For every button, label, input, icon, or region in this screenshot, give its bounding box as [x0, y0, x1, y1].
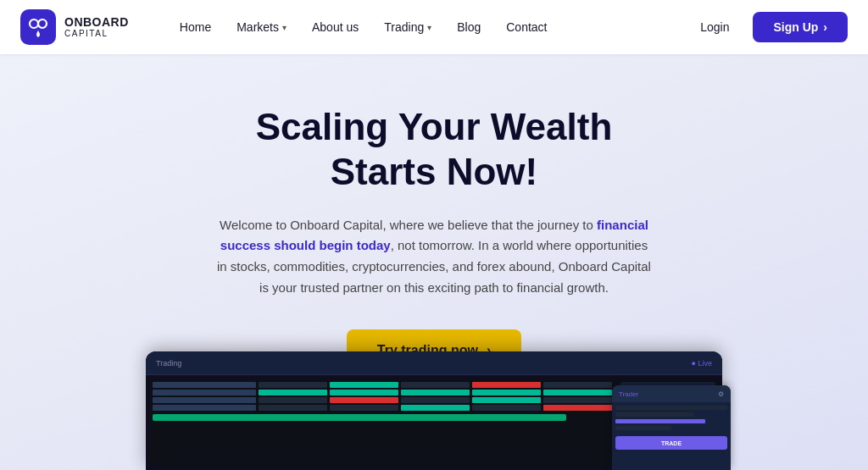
- nav-item-blog[interactable]: Blog: [447, 14, 491, 41]
- chevron-down-icon-trading: ▾: [427, 23, 431, 32]
- brand-subtitle: CAPITAL: [64, 29, 129, 38]
- brand-name: ONBOARD: [64, 16, 129, 29]
- nav-item-trading[interactable]: Trading ▾: [374, 14, 442, 41]
- signup-button[interactable]: Sign Up ›: [753, 12, 848, 42]
- login-button[interactable]: Login: [690, 14, 739, 41]
- logo-text: ONBOARD CAPITAL: [64, 16, 129, 38]
- nav-item-home[interactable]: Home: [170, 14, 221, 41]
- nav-item-markets[interactable]: Markets ▾: [226, 14, 297, 41]
- nav-right: Login Sign Up ›: [690, 12, 848, 42]
- nav-item-about[interactable]: About us: [302, 14, 369, 41]
- svg-point-1: [38, 19, 47, 28]
- arrow-icon: ›: [823, 20, 827, 34]
- side-panel: Trader ⚙ TRADE: [612, 385, 731, 470]
- dashboard-preview: Trading ● Live: [86, 351, 782, 470]
- svg-point-0: [30, 19, 38, 28]
- hero-description: Welcome to Onboard Capital, where we bel…: [214, 215, 654, 299]
- hero-title: Scaling Your Wealth Starts Now!: [214, 105, 654, 195]
- nav-item-contact[interactable]: Contact: [496, 14, 557, 41]
- nav-links: Home Markets ▾ About us Trading ▾ Blog C…: [170, 14, 690, 41]
- hero-section: Scaling Your Wealth Starts Now! Welcome …: [0, 54, 868, 470]
- screen-topbar: Trading ● Live: [146, 351, 722, 375]
- navbar: ONBOARD CAPITAL Home Markets ▾ About us …: [0, 0, 868, 54]
- chevron-down-icon: ▾: [282, 23, 287, 32]
- logo[interactable]: ONBOARD CAPITAL: [20, 9, 129, 45]
- logo-icon: [20, 9, 56, 45]
